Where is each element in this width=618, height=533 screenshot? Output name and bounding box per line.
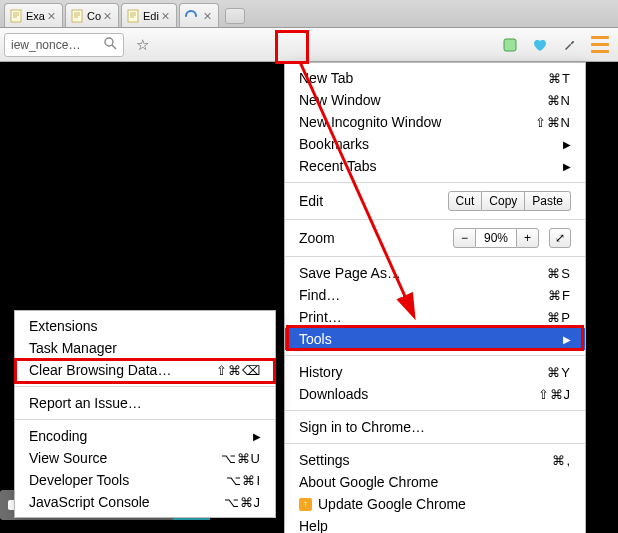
menu-new-window[interactable]: New Window ⌘N bbox=[285, 89, 585, 111]
submenu-view-source[interactable]: View Source ⌥⌘U bbox=[15, 447, 275, 469]
menu-history[interactable]: History ⌘Y bbox=[285, 361, 585, 383]
menu-separator bbox=[285, 219, 585, 220]
cut-button[interactable]: Cut bbox=[448, 191, 483, 211]
menu-label: Print… bbox=[299, 309, 535, 325]
menu-zoom-row: Zoom − 90% + ⤢ bbox=[285, 225, 585, 251]
menu-separator bbox=[285, 256, 585, 257]
menu-shortcut: ⇧⌘⌫ bbox=[216, 363, 261, 378]
menu-shortcut: ⌘F bbox=[548, 288, 571, 303]
menu-new-incognito[interactable]: New Incognito Window ⇧⌘N bbox=[285, 111, 585, 133]
heart-icon[interactable] bbox=[528, 33, 552, 57]
tab-2[interactable]: Co bbox=[65, 3, 119, 27]
menu-recent-tabs[interactable]: Recent Tabs ▶ bbox=[285, 155, 585, 177]
doc-icon bbox=[70, 9, 84, 23]
menu-label: About Google Chrome bbox=[299, 474, 571, 490]
menu-shortcut: ⌘, bbox=[552, 453, 571, 468]
submenu-developer-tools[interactable]: Developer Tools ⌥⌘I bbox=[15, 469, 275, 491]
menu-separator bbox=[285, 443, 585, 444]
submenu-javascript-console[interactable]: JavaScript Console ⌥⌘J bbox=[15, 491, 275, 513]
menu-tools[interactable]: Tools ▶ bbox=[285, 328, 585, 350]
paste-button[interactable]: Paste bbox=[525, 191, 571, 211]
menu-label: Encoding bbox=[29, 428, 253, 444]
menu-bookmarks[interactable]: Bookmarks ▶ bbox=[285, 133, 585, 155]
menu-separator bbox=[285, 410, 585, 411]
menu-settings[interactable]: Settings ⌘, bbox=[285, 449, 585, 471]
toolbar: iew_nonce… ☆ bbox=[0, 28, 618, 62]
menu-separator bbox=[15, 386, 275, 387]
tools-submenu: Extensions Task Manager Clear Browsing D… bbox=[14, 310, 276, 518]
menu-label: Save Page As… bbox=[299, 265, 535, 281]
menu-label: Tools bbox=[299, 331, 563, 347]
zoom-out-button[interactable]: − bbox=[453, 228, 476, 248]
menu-separator bbox=[285, 355, 585, 356]
zoom-in-button[interactable]: + bbox=[516, 228, 539, 248]
menu-shortcut: ⌘S bbox=[547, 266, 571, 281]
doc-icon bbox=[126, 9, 140, 23]
menu-shortcut: ⌥⌘U bbox=[221, 451, 261, 466]
menu-label: View Source bbox=[29, 450, 209, 466]
copy-button[interactable]: Copy bbox=[482, 191, 525, 211]
menu-help[interactable]: Help bbox=[285, 515, 585, 533]
menu-shortcut: ⌥⌘J bbox=[224, 495, 262, 510]
tab-label: Edi bbox=[143, 10, 159, 22]
chevron-right-icon: ▶ bbox=[563, 139, 571, 150]
svg-rect-1 bbox=[72, 10, 82, 22]
menu-label: Recent Tabs bbox=[299, 158, 563, 174]
menu-shortcut: ⌘N bbox=[547, 93, 571, 108]
chevron-right-icon: ▶ bbox=[563, 334, 571, 345]
menu-label: History bbox=[299, 364, 535, 380]
menu-update[interactable]: ↑ Update Google Chrome bbox=[285, 493, 585, 515]
tab-4-loading[interactable] bbox=[179, 3, 219, 27]
menu-label: Developer Tools bbox=[29, 472, 214, 488]
menu-shortcut: ⌘Y bbox=[547, 365, 571, 380]
menu-find[interactable]: Find… ⌘F bbox=[285, 284, 585, 306]
submenu-report-issue[interactable]: Report an Issue… bbox=[15, 392, 275, 414]
submenu-extensions[interactable]: Extensions bbox=[15, 315, 275, 337]
menu-shortcut: ⇧⌘J bbox=[538, 387, 572, 402]
menu-about[interactable]: About Google Chrome bbox=[285, 471, 585, 493]
search-icon bbox=[104, 37, 117, 53]
menu-new-tab[interactable]: New Tab ⌘T bbox=[285, 67, 585, 89]
menu-label: Extensions bbox=[29, 318, 261, 334]
tab-3[interactable]: Edi bbox=[121, 3, 177, 27]
menu-edit-row: Edit Cut Copy Paste bbox=[285, 188, 585, 214]
menu-shortcut: ⌥⌘I bbox=[226, 473, 261, 488]
star-icon[interactable]: ☆ bbox=[130, 33, 154, 57]
close-icon[interactable] bbox=[104, 12, 112, 20]
loading-spinner-icon bbox=[184, 9, 198, 23]
menu-label: Help bbox=[299, 518, 571, 533]
close-icon[interactable] bbox=[48, 12, 56, 20]
submenu-clear-browsing-data[interactable]: Clear Browsing Data… ⇧⌘⌫ bbox=[15, 359, 275, 381]
menu-label: Sign in to Chrome… bbox=[299, 419, 571, 435]
omnibox[interactable]: iew_nonce… bbox=[4, 33, 124, 57]
chrome-menu-button[interactable] bbox=[586, 31, 614, 59]
extension-puzzle-icon[interactable] bbox=[498, 33, 522, 57]
doc-icon bbox=[9, 9, 23, 23]
tab-label: Exa bbox=[26, 10, 45, 22]
menu-label: Update Google Chrome bbox=[318, 496, 571, 512]
close-icon[interactable] bbox=[162, 12, 170, 20]
new-tab-button[interactable] bbox=[225, 8, 245, 24]
update-icon: ↑ bbox=[299, 498, 312, 511]
menu-print[interactable]: Print… ⌘P bbox=[285, 306, 585, 328]
menu-signin[interactable]: Sign in to Chrome… bbox=[285, 416, 585, 438]
submenu-encoding[interactable]: Encoding ▶ bbox=[15, 425, 275, 447]
menu-shortcut: ⌘P bbox=[547, 310, 571, 325]
menu-label: Clear Browsing Data… bbox=[29, 362, 204, 378]
menu-label: JavaScript Console bbox=[29, 494, 212, 510]
submenu-task-manager[interactable]: Task Manager bbox=[15, 337, 275, 359]
close-icon[interactable] bbox=[204, 12, 212, 20]
tab-1[interactable]: Exa bbox=[4, 3, 63, 27]
menu-save-page[interactable]: Save Page As… ⌘S bbox=[285, 262, 585, 284]
menu-label: Edit bbox=[299, 193, 448, 209]
menu-label: Downloads bbox=[299, 386, 526, 402]
fullscreen-button[interactable]: ⤢ bbox=[549, 228, 571, 248]
svg-rect-2 bbox=[128, 10, 138, 22]
tab-label: Co bbox=[87, 10, 101, 22]
menu-label: Settings bbox=[299, 452, 540, 468]
menu-label: New Window bbox=[299, 92, 535, 108]
menu-label: New Incognito Window bbox=[299, 114, 523, 130]
menu-downloads[interactable]: Downloads ⇧⌘J bbox=[285, 383, 585, 405]
wrench-icon[interactable] bbox=[558, 33, 582, 57]
omnibox-text: iew_nonce… bbox=[11, 38, 100, 52]
